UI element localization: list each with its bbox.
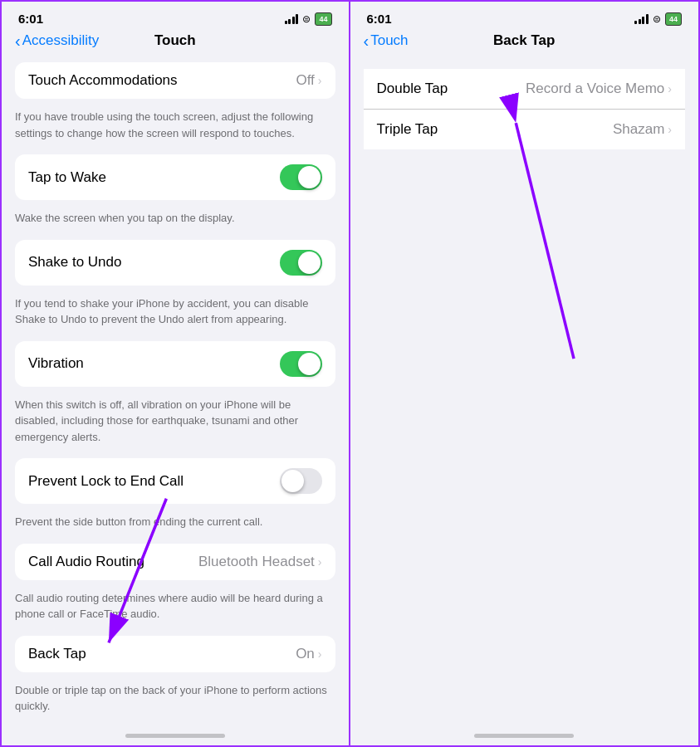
vibration-group: Vibration (15, 341, 335, 387)
back-tap-row[interactable]: Back Tap On › (15, 636, 335, 672)
back-tap-value: On (296, 646, 315, 662)
prevent-lock-toggle[interactable] (280, 468, 322, 494)
time-left: 6:01 (18, 12, 43, 26)
prevent-lock-group: Prevent Lock to End Call (15, 458, 335, 504)
back-chevron-right: ‹ (364, 32, 370, 49)
back-chevron-left: ‹ (15, 32, 21, 49)
shake-to-undo-group: Shake to Undo (15, 240, 335, 286)
right-panel: 6:01 ⊜ 44 ‹ Touch Back Tap Double Tap (350, 2, 699, 747)
svg-line-3 (516, 123, 574, 359)
triple-tap-row[interactable]: Triple Tap Shazam › (364, 110, 686, 149)
call-audio-value: Bluetooth Headset (198, 554, 315, 570)
toggle-knob (298, 166, 321, 188)
status-bar-left: 6:01 ⊜ 44 (2, 2, 349, 29)
home-indicator-left (2, 722, 349, 747)
touch-accommodations-desc: If you have trouble using the touch scre… (2, 105, 349, 148)
back-button-left[interactable]: ‹ Accessibility (15, 32, 99, 49)
prevent-lock-label: Prevent Lock to End Call (28, 473, 280, 490)
vibration-label: Vibration (28, 355, 280, 372)
back-label-left: Accessibility (22, 32, 100, 49)
touch-accommodations-chevron: › (318, 74, 322, 87)
back-tap-desc: Double or triple tap on the back of your… (2, 679, 349, 721)
touch-accommodations-row[interactable]: Touch Accommodations Off › (15, 62, 335, 99)
triple-tap-chevron: › (668, 123, 672, 136)
status-icons-left: ⊜ 44 (285, 12, 332, 26)
shake-to-undo-desc: If you tend to shake your iPhone by acci… (2, 292, 349, 334)
shake-to-undo-toggle[interactable] (280, 250, 322, 276)
tap-to-wake-desc: Wake the screen when you tap on the disp… (2, 207, 349, 233)
back-tap-options: Double Tap Record a Voice Memo › Triple … (350, 56, 699, 156)
touch-accommodations-group: Touch Accommodations Off › (15, 62, 335, 99)
battery-icon: 44 (315, 12, 331, 26)
call-audio-label: Call Audio Routing (28, 554, 198, 570)
toggle-knob-vibration (298, 353, 321, 375)
call-audio-group: Call Audio Routing Bluetooth Headset › (15, 544, 335, 580)
touch-accommodations-label: Touch Accommodations (28, 72, 296, 89)
shake-to-undo-label: Shake to Undo (28, 254, 280, 271)
home-bar-left (125, 734, 225, 738)
prevent-lock-row[interactable]: Prevent Lock to End Call (15, 458, 335, 504)
tap-to-wake-group: Tap to Wake (15, 154, 335, 200)
triple-tap-right: Shazam › (613, 121, 672, 138)
left-panel: 6:01 ⊜ 44 ‹ Accessibility Touch Touch Ac (2, 2, 350, 747)
back-label-right: Touch (370, 32, 408, 49)
home-indicator-right (350, 722, 699, 747)
back-tap-options-group: Double Tap Record a Voice Memo › Triple … (364, 69, 686, 149)
page-title-left: Touch (154, 32, 196, 49)
tap-to-wake-toggle[interactable] (280, 164, 322, 190)
double-tap-value: Record a Voice Memo (526, 81, 664, 97)
touch-accommodations-value: Off (296, 72, 314, 89)
back-tap-label: Back Tap (28, 646, 296, 662)
signal-icon-right (634, 14, 649, 24)
status-icons-right: ⊜ 44 (634, 12, 682, 26)
home-bar-right (474, 734, 574, 738)
nav-bar-left: ‹ Accessibility Touch (2, 29, 349, 56)
wifi-icon: ⊜ (302, 13, 311, 25)
shake-to-undo-row[interactable]: Shake to Undo (15, 240, 335, 286)
status-bar-right: 6:01 ⊜ 44 (350, 2, 699, 29)
back-tap-group: Back Tap On › (15, 636, 335, 672)
prevent-lock-desc: Prevent the side button from ending the … (2, 510, 349, 537)
signal-icon (285, 14, 299, 24)
double-tap-chevron: › (668, 82, 672, 95)
double-tap-right: Record a Voice Memo › (526, 81, 672, 97)
call-audio-desc: Call audio routing determines where audi… (2, 587, 349, 629)
call-audio-row[interactable]: Call Audio Routing Bluetooth Headset › (15, 544, 335, 580)
time-right: 6:01 (367, 12, 392, 26)
battery-icon-right: 44 (665, 12, 682, 26)
nav-bar-right: ‹ Touch Back Tap (350, 29, 699, 56)
vibration-row[interactable]: Vibration (15, 341, 335, 387)
tap-to-wake-label: Tap to Wake (28, 169, 280, 186)
back-tap-chevron: › (318, 647, 322, 661)
triple-tap-label: Triple Tap (377, 121, 438, 138)
page-title-right: Back Tap (493, 32, 555, 49)
back-button-right[interactable]: ‹ Touch (364, 32, 409, 49)
vibration-desc: When this switch is off, all vibration o… (2, 393, 349, 452)
toggle-knob-shake (298, 251, 321, 274)
settings-scroll-left: Touch Accommodations Off › If you have t… (2, 56, 349, 722)
tap-to-wake-row[interactable]: Tap to Wake (15, 154, 335, 200)
vibration-toggle[interactable] (280, 351, 322, 377)
call-audio-chevron: › (318, 555, 322, 569)
toggle-knob-prevent (281, 470, 304, 492)
double-tap-label: Double Tap (377, 81, 448, 97)
wifi-icon-right: ⊜ (653, 13, 661, 25)
triple-tap-value: Shazam (613, 121, 664, 138)
double-tap-row[interactable]: Double Tap Record a Voice Memo › (364, 69, 686, 110)
